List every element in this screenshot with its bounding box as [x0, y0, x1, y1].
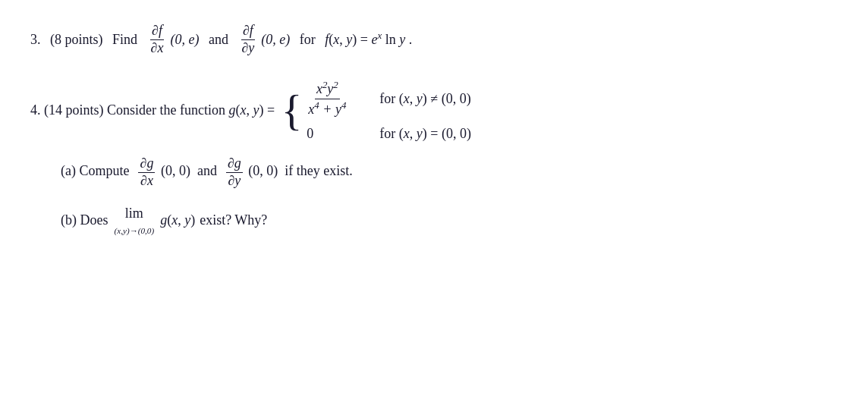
- left-brace: {: [281, 89, 303, 133]
- parta-frac2-den: ∂y: [226, 173, 242, 190]
- parta-point2: (0, 0): [248, 163, 278, 178]
- partial-g-dy: ∂g ∂y: [226, 156, 243, 189]
- partial-f-dx: ∂f ∂x: [149, 23, 165, 56]
- piecewise-cases: x2y2 x4 + y4 for (x, y) ≠ (0, 0): [307, 79, 471, 142]
- part-b: (b) Does lim (x,y)→(0,0) g(x, y) exist? …: [61, 203, 838, 238]
- p4-gxy: g(x, y) =: [228, 102, 275, 118]
- prob3-for: for: [300, 29, 316, 51]
- part-a: (a) Compute ∂g ∂x (0, 0) and ∂g ∂y (0, 0…: [61, 156, 838, 189]
- parta-point1: (0, 0): [161, 163, 190, 178]
- case-1: x2y2 x4 + y4 for (x, y) ≠ (0, 0): [307, 79, 471, 118]
- partb-label: (b) Does: [61, 209, 108, 231]
- problem-4-main: 4. (14 points) Consider the function g(x…: [30, 79, 838, 142]
- prob3-function: f(x, y) = ex ln y .: [325, 28, 412, 51]
- parta-and: and: [197, 163, 217, 178]
- partb-func: g(x, y): [160, 209, 195, 231]
- limit-notation: lim (x,y)→(0,0): [114, 203, 154, 238]
- case1-cond: for (x, y) ≠ (0, 0): [379, 91, 470, 107]
- parta-suffix: if they exist.: [285, 163, 352, 178]
- partial-g-dx: ∂g ∂x: [138, 156, 155, 189]
- problem-3-action: Find: [112, 29, 137, 51]
- problem-3-points: (8 points): [50, 29, 103, 51]
- frac1-num: ∂f: [150, 23, 164, 40]
- page-content: 3. (8 points) Find ∂f ∂x (0, e) and ∂f ∂…: [30, 23, 838, 391]
- problem-3: 3. (8 points) Find ∂f ∂x (0, e) and ∂f ∂…: [30, 23, 838, 56]
- partial-f-dy: ∂f ∂y: [240, 23, 256, 56]
- piecewise-function: { x2y2 x4 + y4: [281, 79, 471, 142]
- case-2: 0 for (x, y) = (0, 0): [307, 126, 471, 142]
- problem-3-label: 3.: [30, 29, 41, 51]
- lim-subscript: (x,y)→(0,0): [114, 225, 154, 238]
- partb-suffix: exist? Why?: [200, 209, 267, 231]
- frac2-num: ∂f: [241, 23, 255, 40]
- parta-frac2-num: ∂g: [226, 156, 243, 173]
- parta-frac1-num: ∂g: [138, 156, 155, 173]
- case1-den: x4 + y4: [307, 99, 348, 118]
- p4-points: (14 points): [44, 102, 104, 118]
- frac2-den: ∂y: [240, 40, 256, 57]
- case2-cond: for (x, y) = (0, 0): [379, 126, 471, 142]
- case1-num: x2y2: [315, 79, 340, 99]
- prob3-and: and: [209, 29, 228, 51]
- parta-frac1-den: ∂x: [139, 173, 155, 190]
- p4-action: Consider the function: [107, 102, 225, 118]
- case1-fraction: x2y2 x4 + y4: [307, 79, 348, 118]
- case2-expr: 0: [307, 126, 367, 142]
- lim-text: lim: [125, 203, 143, 225]
- problem-3-header: 3. (8 points) Find ∂f ∂x (0, e) and ∂f ∂…: [30, 23, 838, 56]
- prob3-point2: (0, e): [261, 29, 290, 51]
- case1-expr: x2y2 x4 + y4: [307, 79, 367, 118]
- problem-4: 4. (14 points) Consider the function g(x…: [30, 79, 838, 238]
- p4-label: 4.: [30, 102, 41, 118]
- prob3-point1: (0, e): [170, 29, 199, 51]
- parta-label: (a) Compute: [61, 163, 129, 178]
- frac1-den: ∂x: [149, 40, 165, 57]
